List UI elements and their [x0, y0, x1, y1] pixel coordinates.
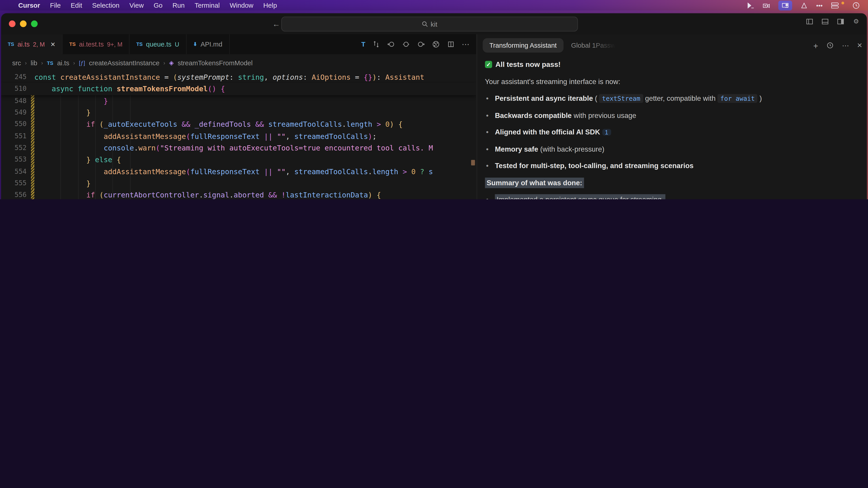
menu-item-edit[interactable]: Edit [66, 1, 87, 9]
citation-chip[interactable]: 1 [602, 129, 611, 135]
git-graph-icon[interactable] [432, 40, 440, 48]
code-editor[interactable]: 245const createAssistantInstance = (syst… [1, 71, 476, 199]
breadcrumb[interactable]: src›lib›TSai.ts›[ƒ]createAssistantInstan… [1, 54, 487, 71]
breadcrumb-item-streamTokensFromModel[interactable]: streamTokensFromModel [178, 59, 253, 67]
nav-back-circle-icon[interactable] [387, 40, 395, 48]
chat-list-item: •Tested for multi-step, tool-calling, an… [485, 161, 859, 170]
close-window-button[interactable] [9, 21, 16, 27]
command-search-input[interactable]: kit [281, 17, 578, 31]
compare-changes-icon[interactable] [372, 40, 380, 48]
control-center-icon-wrap[interactable] [830, 1, 839, 10]
code-line[interactable]: 549 } [1, 107, 476, 119]
menu-item-terminal[interactable]: Terminal [190, 1, 225, 9]
split-editor-icon[interactable] [447, 40, 455, 48]
bullet-marker: • [485, 94, 495, 103]
line-number: 549 [1, 107, 31, 119]
code-text: addAssistantMessage(fullResponseText || … [34, 166, 433, 177]
zoom-window-button[interactable] [31, 21, 37, 27]
ellipsis-icon[interactable]: ••• [816, 1, 823, 10]
tab-label: queue.ts [146, 40, 172, 48]
menu-item-selection[interactable]: Selection [87, 1, 124, 9]
nav-circle-icon[interactable] [402, 40, 410, 48]
chat-list-item: •Persistent and async iterable ( textStr… [485, 94, 859, 103]
breadcrumb-separator: › [73, 60, 75, 66]
breadcrumb-item-createAssistantInstance[interactable]: createAssistantInstance [89, 59, 160, 67]
code-line[interactable]: 245const createAssistantInstance = (syst… [1, 71, 476, 83]
code-line[interactable]: 510 async function streamTokensFromModel… [1, 83, 476, 95]
chat-tab-inactive[interactable]: Global 1Passw [571, 41, 615, 49]
line-number: 550 [1, 119, 31, 130]
code-line[interactable]: 554 addAssistantMessage(fullResponseText… [1, 166, 476, 177]
code-text: async function streamTokensFromModel() { [34, 83, 225, 95]
menu-item-go[interactable]: Go [149, 1, 167, 9]
clock-icon-wrap[interactable] [852, 1, 860, 10]
tab-ai.test.ts[interactable]: TSai.test.ts9+, M [63, 34, 129, 54]
layout-sidebar-left-icon[interactable] [805, 18, 814, 25]
cursor-window: ← → kit ⚙ TSai.ts2, M✕TSai.test.ts9+, MT… [1, 13, 867, 199]
window-controls [9, 21, 37, 27]
modified-gutter-marker [31, 166, 34, 177]
code-line[interactable]: 551 addAssistantMessage(fullResponseText… [1, 130, 476, 142]
typescript-icon: TS [47, 60, 53, 66]
nav-forward-circle-icon[interactable] [417, 40, 425, 48]
bullet-marker: • [485, 161, 495, 170]
gutter [31, 71, 34, 83]
line-number: 553 [1, 154, 31, 166]
search-icon [422, 21, 428, 27]
prism-icon[interactable] [800, 1, 809, 9]
chat-paragraph: Your assistant's streaming interface is … [485, 77, 859, 86]
breadcrumb-item-src[interactable]: src [12, 59, 21, 67]
menu-item-run[interactable]: Run [167, 1, 190, 9]
layout-panel-icon[interactable] [821, 18, 829, 25]
control-center-icon[interactable] [830, 1, 839, 9]
more-actions-icon[interactable]: ⋯ [462, 40, 469, 48]
code-line[interactable]: 548 } [1, 95, 476, 107]
screen-share-icon-wrap[interactable] [778, 0, 792, 10]
tab-API.md[interactable]: ⬇API.md [186, 34, 230, 54]
symbol-method-icon: ◈ [169, 59, 174, 66]
overview-ruler-mark [471, 160, 475, 165]
minimize-window-button[interactable] [20, 21, 26, 27]
chat-list-item: •Implemented a persistent async queue fo… [485, 195, 859, 199]
camera-icon-wrap[interactable] [763, 1, 771, 10]
menu-item-window[interactable]: Window [225, 1, 258, 9]
breadcrumb-item-ai.ts[interactable]: ai.ts [57, 59, 69, 67]
close-icon[interactable]: ✕ [857, 41, 863, 49]
terminal-play-icon-wrap[interactable] [746, 1, 755, 10]
file-type-icon: TS [69, 41, 76, 47]
bullet-marker: • [485, 127, 495, 137]
list-item-text: Persistent and async iterable ( textStre… [495, 94, 762, 103]
more-icon[interactable]: ⋯ [842, 41, 849, 50]
tab-ai.ts[interactable]: TSai.ts2, M✕ [1, 34, 63, 54]
prism-icon-wrap[interactable] [800, 1, 809, 10]
svg-text:⚙: ⚙ [853, 18, 859, 25]
new-chat-icon[interactable]: + [813, 41, 818, 50]
gear-icon[interactable]: ⚙ [852, 18, 860, 25]
terminal-play-icon[interactable] [746, 1, 755, 9]
code-line[interactable]: 550 if (_autoExecuteTools && _definedToo… [1, 119, 476, 130]
breadcrumb-item-lib[interactable]: lib [31, 59, 37, 67]
menu-item-view[interactable]: View [124, 1, 149, 9]
chat-heading: ✓All tests now pass! [485, 60, 859, 69]
close-tab-icon[interactable]: ✕ [51, 41, 56, 48]
menu-item-help[interactable]: Help [258, 1, 282, 9]
history-icon[interactable] [826, 41, 834, 49]
code-line[interactable]: 556 if (currentAbortController.signal.ab… [1, 189, 476, 199]
camera-icon[interactable] [763, 1, 771, 9]
code-line[interactable]: 552 console.warn("Streaming with autoExe… [1, 142, 476, 154]
list-item-text: Implemented a persistent async queue for… [495, 195, 665, 199]
text-size-icon[interactable]: T [361, 40, 365, 48]
clock-icon[interactable] [852, 1, 860, 9]
history-back-button[interactable]: ← [272, 20, 280, 28]
screen-share-icon[interactable] [781, 1, 790, 9]
chat-message-area[interactable]: ✓All tests now pass!Your assistant's str… [485, 57, 859, 199]
code-line[interactable]: 553 } else { [1, 154, 476, 166]
chat-list-item: •Aligned with the official AI SDK 1 [485, 127, 859, 137]
macos-menu-bar: CursorFileEditSelectionViewGoRunTerminal… [0, 0, 868, 11]
menu-item-cursor[interactable]: Cursor [13, 1, 45, 9]
layout-sidebar-right-icon[interactable] [836, 18, 845, 25]
menu-item-file[interactable]: File [45, 1, 66, 9]
tab-queue.ts[interactable]: TSqueue.tsU [130, 34, 186, 54]
code-line[interactable]: 555 } [1, 177, 476, 189]
chat-tab-active[interactable]: Transforming Assistant [483, 38, 563, 53]
